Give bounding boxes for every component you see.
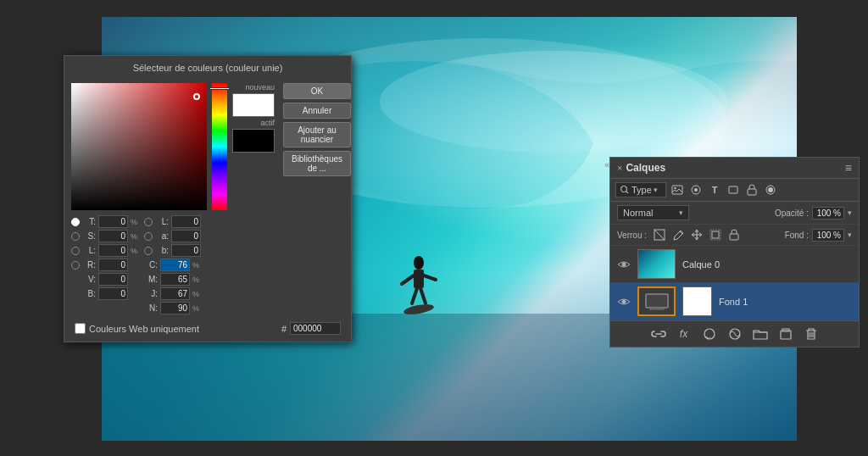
svg-line-8	[420, 288, 426, 303]
gradient-cursor[interactable]	[193, 93, 200, 100]
V-input[interactable]	[98, 273, 128, 286]
new-layer-icon[interactable]	[777, 325, 794, 342]
input-row-N: N: %	[144, 302, 201, 314]
radio-T[interactable]	[71, 218, 80, 226]
B-input[interactable]	[98, 287, 128, 300]
R-label: R:	[82, 260, 96, 270]
M-input[interactable]	[160, 273, 190, 286]
adjustment-icon[interactable]	[726, 325, 743, 342]
folder-icon[interactable]	[752, 325, 769, 342]
lock-transparent-icon[interactable]	[652, 227, 667, 242]
M-label: M:	[144, 275, 158, 284]
trash-icon-svg	[805, 327, 817, 341]
lock-move-icon[interactable]	[689, 227, 704, 242]
adj-icon-svg	[728, 327, 742, 341]
radio-R[interactable]	[71, 261, 80, 270]
artboard-icon	[709, 229, 721, 241]
hue-slider[interactable]	[212, 83, 227, 210]
layer-image-icon[interactable]	[670, 182, 685, 197]
eye-icon-1	[617, 297, 631, 307]
N-input[interactable]	[160, 302, 190, 314]
layer-thumbnail-1	[637, 286, 676, 316]
layer-dot-icon[interactable]	[763, 182, 778, 197]
opacity-input[interactable]	[812, 207, 844, 220]
radio-S[interactable]	[71, 232, 80, 241]
lock-icon	[747, 184, 757, 196]
new-fill-icon[interactable]	[701, 325, 718, 342]
hex-row: #	[281, 322, 341, 335]
lock-brush-icon[interactable]	[670, 227, 686, 242]
inputs-right: L: a: b: C: % M: %	[144, 215, 201, 314]
L-input[interactable]	[98, 244, 128, 257]
lock-artboard-icon[interactable]	[708, 227, 723, 242]
input-row-T: T: %	[71, 215, 137, 228]
input-row-C: C: %	[144, 259, 201, 271]
layer-circle-icon[interactable]	[688, 182, 704, 197]
new-layer-icon-svg	[780, 328, 792, 340]
radio-L2[interactable]	[144, 218, 153, 226]
svg-line-7	[412, 288, 417, 303]
S-input[interactable]	[98, 230, 128, 242]
lock-all-icon[interactable]	[726, 227, 742, 242]
svg-rect-4	[414, 270, 424, 288]
link-icon[interactable]	[650, 325, 667, 342]
layer-item-1[interactable]: Fond 1	[610, 283, 859, 320]
layers-close-icon[interactable]: ×	[617, 163, 622, 173]
layer-item-0[interactable]: Calque 0	[610, 246, 859, 283]
b2-input[interactable]	[171, 244, 201, 257]
radio-b2[interactable]	[144, 247, 153, 255]
ok-button[interactable]: OK	[283, 83, 351, 99]
fill-input[interactable]	[812, 229, 844, 242]
input-row-S: S: %	[71, 230, 137, 242]
svg-rect-17	[748, 189, 756, 195]
svg-line-21	[654, 230, 665, 240]
N-label: N:	[144, 303, 158, 313]
svg-point-9	[403, 303, 435, 316]
input-row-L: L: %	[71, 244, 137, 257]
nouveau-swatch	[232, 93, 275, 117]
cancel-button[interactable]: Annuler	[283, 103, 351, 119]
radio-a[interactable]	[144, 232, 153, 241]
image-icon	[671, 184, 683, 196]
a-input[interactable]	[171, 230, 201, 242]
actif-label: actif	[260, 119, 275, 127]
layer-shape-icon[interactable]	[726, 182, 741, 197]
L2-input[interactable]	[171, 215, 201, 228]
C-input[interactable]	[160, 259, 190, 271]
svg-point-10	[621, 186, 627, 192]
add-swatch-button[interactable]: Ajouter au nuancier	[283, 122, 351, 147]
layer-lock-icon[interactable]	[744, 182, 760, 197]
V-label: V:	[82, 275, 96, 284]
transparent-icon	[654, 229, 665, 241]
nouveau-label: nouveau	[245, 83, 275, 92]
T-input[interactable]	[98, 215, 128, 228]
svg-line-6	[424, 275, 436, 280]
svg-rect-16	[729, 186, 737, 193]
layer-visibility-1[interactable]	[617, 295, 631, 309]
layer-text-icon[interactable]: T	[707, 182, 722, 197]
fx-icon[interactable]: fx	[676, 325, 693, 342]
blend-mode-dropdown[interactable]: Normal ▾	[617, 205, 689, 220]
web-colors-checkbox[interactable]	[75, 323, 86, 334]
libraries-button[interactable]: Bibliothèques de ...	[283, 151, 351, 176]
fill-icon-svg	[703, 327, 716, 341]
link-icon-svg	[651, 328, 666, 340]
input-row-R: R:	[71, 259, 137, 271]
gradient-square[interactable]	[71, 83, 207, 210]
svg-point-3	[414, 256, 424, 270]
R-input[interactable]	[98, 259, 128, 271]
layer-visibility-0[interactable]	[617, 258, 631, 271]
radio-L[interactable]	[71, 247, 80, 255]
hex-input[interactable]	[290, 322, 341, 335]
delete-icon[interactable]	[803, 325, 820, 342]
layers-menu-icon[interactable]: ≡	[845, 161, 852, 175]
svg-line-11	[626, 192, 629, 194]
svg-point-26	[622, 299, 626, 303]
color-inputs: T: % S: % L: % R:	[71, 215, 344, 314]
input-row-a: a:	[144, 230, 201, 242]
L-label: L:	[82, 246, 96, 255]
layers-toolbar: Type ▾ T	[610, 179, 859, 202]
gradient-area[interactable]	[71, 83, 207, 210]
J-input[interactable]	[160, 287, 190, 300]
layer-search-dropdown[interactable]: Type ▾	[615, 182, 666, 197]
